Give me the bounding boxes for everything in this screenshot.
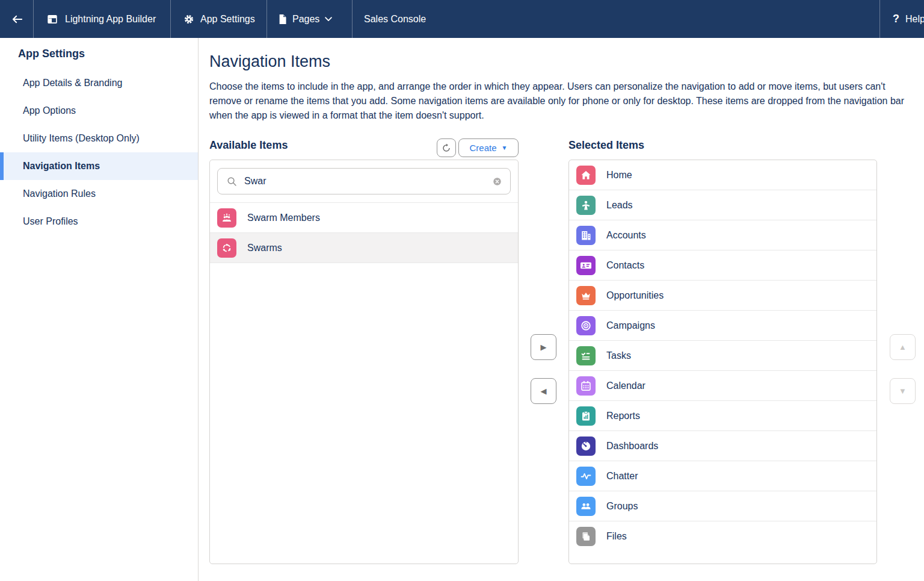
sidebar-item-navigation-rules[interactable]: Navigation Rules bbox=[0, 180, 198, 208]
search-box bbox=[217, 168, 511, 194]
selected-item-label: Contacts bbox=[606, 260, 644, 271]
available-items-panel: Swarm Members Swarms bbox=[209, 160, 519, 564]
sidebar-item-navigation-items[interactable]: Navigation Items bbox=[0, 152, 198, 180]
swarm-members-icon bbox=[217, 208, 236, 228]
selected-item-row[interactable]: Files bbox=[569, 521, 876, 551]
search-area bbox=[210, 160, 518, 203]
lead-icon bbox=[576, 196, 596, 215]
selected-item-label: Accounts bbox=[606, 230, 646, 241]
selected-item-label: Opportunities bbox=[606, 290, 664, 301]
selected-item-row[interactable]: Home bbox=[569, 160, 876, 190]
available-item-label: Swarm Members bbox=[247, 213, 320, 223]
app-builder-icon bbox=[46, 13, 59, 26]
selected-item-label: Campaigns bbox=[606, 320, 655, 331]
help-menu[interactable]: ? Help bbox=[879, 0, 924, 38]
triangle-down-icon: ▼ bbox=[899, 387, 907, 396]
groups-icon bbox=[576, 497, 596, 516]
lightning-app-builder-window: Lightning App Builder App Settings Pages… bbox=[0, 0, 924, 581]
task-icon bbox=[576, 346, 596, 365]
selected-item-row[interactable]: Leads bbox=[569, 190, 876, 220]
files-icon bbox=[576, 527, 596, 546]
tab-label: App Settings bbox=[200, 14, 255, 25]
selected-item-row[interactable]: Groups bbox=[569, 491, 876, 521]
refresh-button[interactable] bbox=[437, 138, 456, 157]
selected-item-row[interactable]: Tasks bbox=[569, 341, 876, 371]
page-icon bbox=[277, 13, 288, 25]
selected-items-panel: Home Leads Accounts bbox=[568, 160, 877, 564]
tab-pages[interactable]: Pages bbox=[266, 0, 352, 38]
selected-item-label: Dashboards bbox=[606, 441, 658, 452]
dashboard-icon bbox=[576, 437, 596, 456]
tab-lightning-app-builder[interactable]: Lightning App Builder bbox=[33, 0, 170, 38]
selected-item-row[interactable]: Dashboards bbox=[569, 431, 876, 461]
help-label: Help bbox=[905, 14, 924, 25]
home-icon bbox=[576, 166, 596, 185]
tab-label: Pages bbox=[292, 14, 319, 25]
available-items-heading: Available Items bbox=[209, 139, 288, 152]
create-button[interactable]: Create ▼ bbox=[458, 138, 519, 157]
report-icon bbox=[576, 406, 596, 426]
available-item-row[interactable]: Swarms bbox=[210, 233, 518, 263]
sidebar-item-user-profiles[interactable]: User Profiles bbox=[0, 208, 198, 235]
account-icon bbox=[576, 226, 596, 245]
reorder-up-button[interactable]: ▲ bbox=[890, 334, 916, 360]
back-button[interactable] bbox=[0, 0, 33, 38]
selected-item-row[interactable]: Opportunities bbox=[569, 281, 876, 311]
sidebar-item-app-options[interactable]: App Options bbox=[0, 97, 198, 125]
sidebar-item-app-details-branding[interactable]: App Details & Branding bbox=[0, 69, 198, 97]
selected-item-label: Home bbox=[606, 170, 632, 181]
selected-item-label: Tasks bbox=[606, 350, 631, 361]
search-input[interactable] bbox=[244, 169, 479, 194]
triangle-up-icon: ▲ bbox=[899, 343, 907, 352]
move-to-selected-button[interactable]: ▶ bbox=[531, 334, 556, 360]
swarms-icon bbox=[217, 238, 236, 258]
selected-item-row[interactable]: Contacts bbox=[569, 250, 876, 281]
selected-item-label: Files bbox=[606, 531, 627, 542]
navigation-items-pane: Navigation Items Choose the items to inc… bbox=[199, 38, 924, 581]
chatter-icon bbox=[576, 467, 596, 486]
reorder-down-button[interactable]: ▼ bbox=[890, 378, 916, 404]
app-name-label: Sales Console bbox=[352, 0, 439, 38]
caret-down-icon: ▼ bbox=[502, 144, 508, 151]
search-icon bbox=[225, 175, 239, 188]
triangle-left-icon: ◀ bbox=[541, 387, 547, 396]
help-icon: ? bbox=[893, 13, 899, 25]
tab-label: Lightning App Builder bbox=[65, 14, 156, 25]
settings-sidebar: App Settings App Details & Branding App … bbox=[0, 38, 199, 581]
triangle-right-icon: ▶ bbox=[541, 343, 547, 352]
chevron-down-icon bbox=[324, 16, 333, 22]
selected-item-label: Groups bbox=[606, 501, 638, 512]
available-item-label: Swarms bbox=[247, 243, 282, 253]
opportunity-icon bbox=[576, 286, 596, 305]
selected-item-label: Leads bbox=[606, 200, 633, 211]
move-to-available-button[interactable]: ◀ bbox=[531, 378, 556, 404]
selected-item-label: Reports bbox=[606, 411, 640, 421]
clear-search-icon[interactable] bbox=[491, 175, 504, 188]
refresh-icon bbox=[440, 142, 452, 154]
arrow-left-icon bbox=[9, 11, 25, 27]
selected-item-row[interactable]: Reports bbox=[569, 401, 876, 431]
create-button-label: Create bbox=[470, 143, 497, 153]
available-item-row[interactable]: Swarm Members bbox=[210, 203, 518, 233]
selected-item-row[interactable]: Accounts bbox=[569, 220, 876, 250]
page-description: Choose the items to include in the app, … bbox=[209, 79, 916, 123]
selected-items-heading: Selected Items bbox=[568, 139, 644, 152]
page-title: Navigation Items bbox=[209, 52, 330, 71]
selected-item-row[interactable]: Campaigns bbox=[569, 311, 876, 341]
contact-icon bbox=[576, 256, 596, 275]
sidebar-item-utility-items[interactable]: Utility Items (Desktop Only) bbox=[0, 125, 198, 152]
selected-item-label: Chatter bbox=[606, 471, 638, 482]
gear-icon bbox=[183, 13, 195, 25]
selected-item-label: Calendar bbox=[606, 381, 645, 391]
calendar-icon bbox=[576, 376, 596, 396]
sidebar-title: App Settings bbox=[18, 48, 198, 60]
selected-item-row[interactable]: Chatter bbox=[569, 461, 876, 491]
tab-app-settings[interactable]: App Settings bbox=[170, 0, 266, 38]
top-navigation-bar: Lightning App Builder App Settings Pages… bbox=[0, 0, 924, 38]
selected-item-row[interactable]: Calendar bbox=[569, 371, 876, 401]
campaign-icon bbox=[576, 316, 596, 335]
